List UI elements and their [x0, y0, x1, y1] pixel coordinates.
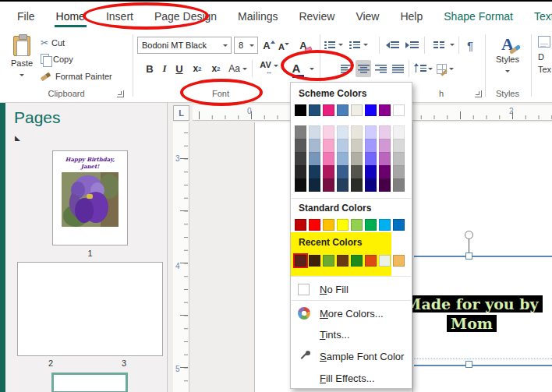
show-paragraph-marks-button[interactable]: ¶: [462, 37, 478, 54]
tint-swatch[interactable]: [309, 178, 320, 192]
tint-swatch[interactable]: [309, 139, 320, 152]
color-swatch[interactable]: [365, 104, 377, 116]
tint-swatch[interactable]: [365, 178, 377, 192]
tint-swatch[interactable]: [337, 139, 349, 152]
more-colors-menu-item[interactable]: More Colors...: [291, 303, 412, 323]
tint-swatch[interactable]: [323, 178, 334, 192]
tint-swatch[interactable]: [295, 139, 306, 152]
increase-indent-button[interactable]: [403, 37, 420, 54]
character-spacing-button[interactable]: AV ↔: [256, 60, 282, 77]
color-swatch[interactable]: [323, 104, 334, 116]
borders-shading-button[interactable]: [436, 60, 455, 77]
draw-text-box-button[interactable]: D Tex: [538, 36, 552, 74]
ribbon-tab[interactable]: View: [354, 3, 380, 30]
tint-swatch[interactable]: [351, 152, 363, 165]
page-4-thumbnail-selected[interactable]: [51, 373, 128, 392]
copy-button[interactable]: Copy: [41, 54, 73, 64]
tint-swatch[interactable]: [295, 125, 306, 139]
tint-swatch[interactable]: [323, 125, 334, 139]
textbox-bottom-border[interactable]: [414, 365, 552, 366]
color-swatch[interactable]: [393, 104, 405, 116]
chevron-down-icon[interactable]: [363, 44, 368, 46]
italic-button[interactable]: I: [158, 60, 171, 77]
vertical-ruler[interactable]: 3 4 5: [173, 122, 189, 392]
tint-swatch[interactable]: [379, 125, 391, 139]
tint-swatch[interactable]: [295, 178, 306, 192]
color-swatch[interactable]: [393, 219, 405, 231]
clipboard-dialog-launcher-icon[interactable]: [117, 90, 124, 97]
chevron-down-icon[interactable]: [338, 44, 343, 46]
tint-swatch[interactable]: [365, 152, 377, 165]
color-swatch[interactable]: [365, 219, 377, 231]
color-swatch[interactable]: [309, 255, 320, 267]
decrease-indent-button[interactable]: [384, 37, 401, 54]
color-swatch[interactable]: [365, 255, 377, 267]
tint-swatch[interactable]: [323, 165, 334, 178]
color-swatch[interactable]: [295, 219, 306, 231]
made-for-you-textbox[interactable]: Made for you by Mom: [390, 295, 552, 334]
bullets-button[interactable]: [323, 37, 337, 54]
tint-swatch[interactable]: [393, 178, 405, 192]
tint-swatch[interactable]: [351, 139, 363, 152]
align-right-button[interactable]: [373, 60, 388, 77]
color-swatch[interactable]: [393, 255, 405, 267]
ruler-origin-box[interactable]: L: [173, 105, 189, 121]
styles-button[interactable]: A Styles: [489, 34, 526, 78]
color-swatch[interactable]: [379, 104, 391, 116]
font-color-button[interactable]: A: [285, 60, 318, 77]
tint-swatch[interactable]: [365, 139, 377, 152]
numbering-button[interactable]: [348, 37, 362, 54]
ribbon-tab[interactable]: Mailings: [236, 3, 279, 30]
tint-swatch[interactable]: [337, 178, 349, 192]
align-left-button[interactable]: [338, 60, 354, 77]
resize-handle-bottom[interactable]: [465, 361, 472, 368]
ribbon-tab[interactable]: Review: [297, 3, 336, 30]
paragraph-dialog-launcher-icon[interactable]: [475, 90, 482, 97]
textbox-top-border[interactable]: [414, 256, 552, 257]
paste-button[interactable]: Paste: [8, 36, 36, 82]
fill-effects-menu-item[interactable]: Fill Effects...: [291, 368, 412, 388]
ribbon-tab[interactable]: File: [16, 3, 37, 30]
tint-swatch[interactable]: [393, 165, 405, 178]
tint-swatch[interactable]: [295, 165, 306, 178]
grow-font-button[interactable]: A: [262, 37, 276, 54]
tint-swatch[interactable]: [295, 152, 306, 165]
color-swatch[interactable]: [295, 104, 306, 116]
tint-swatch[interactable]: [309, 165, 320, 178]
underline-button[interactable]: U: [172, 60, 186, 77]
color-swatch[interactable]: [351, 219, 363, 231]
tint-swatch[interactable]: [309, 125, 320, 139]
tints-menu-item[interactable]: Tints...: [291, 324, 412, 344]
resize-handle-top[interactable]: [465, 253, 472, 260]
tint-swatch[interactable]: [351, 125, 363, 139]
color-swatch[interactable]: [309, 219, 320, 231]
tint-swatch[interactable]: [323, 139, 334, 152]
tint-swatch[interactable]: [379, 139, 391, 152]
ribbon-tab[interactable]: Text Box: [533, 3, 552, 30]
tint-swatch[interactable]: [337, 152, 349, 165]
change-case-button[interactable]: Aa: [226, 60, 249, 77]
tint-swatch[interactable]: [351, 178, 363, 192]
clear-formatting-button[interactable]: A: [295, 37, 312, 54]
bold-button[interactable]: B: [143, 60, 157, 77]
color-swatch[interactable]: [337, 104, 349, 116]
page-1-thumbnail[interactable]: Happy Birthday, Janet!: [52, 150, 128, 245]
ribbon-tab[interactable]: Page Design: [153, 3, 218, 30]
tint-swatch[interactable]: [393, 139, 405, 152]
page-2-3-thumbnail[interactable]: [17, 262, 163, 356]
no-fill-menu-item[interactable]: No Fill: [291, 279, 412, 299]
tint-swatch[interactable]: [379, 165, 391, 178]
collapse-panel-icon[interactable]: ◣: [15, 134, 20, 142]
columns-button[interactable]: [430, 37, 448, 54]
tint-swatch[interactable]: [379, 152, 391, 165]
color-swatch[interactable]: [379, 255, 391, 267]
ribbon-tab[interactable]: Home: [55, 3, 87, 30]
chevron-down-icon[interactable]: [450, 44, 455, 46]
color-swatch[interactable]: [295, 255, 306, 267]
tint-swatch[interactable]: [393, 152, 405, 165]
color-swatch[interactable]: [351, 255, 363, 267]
subscript-button[interactable]: x2: [189, 60, 205, 77]
tint-swatch[interactable]: [323, 152, 334, 165]
tint-swatch[interactable]: [309, 152, 320, 165]
color-swatch[interactable]: [323, 219, 334, 231]
